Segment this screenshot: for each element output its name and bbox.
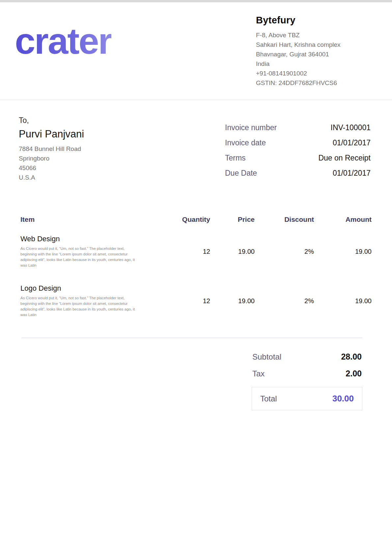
tax-row: Tax 2.00	[252, 369, 362, 378]
items-table: Item Quantity Price Discount Amount Web …	[20, 216, 372, 334]
bill-to-intro: To,	[19, 116, 84, 125]
total-value: 30.00	[332, 394, 354, 404]
item-cell: Logo Design As Cicero would put it, “Um,…	[20, 284, 166, 334]
item-quantity: 12	[166, 284, 210, 334]
invoice-date-row: Invoice date 01/01/2017	[225, 138, 371, 147]
invoice-date-value: 01/01/2017	[333, 138, 371, 147]
company-info: Bytefury F-8, Above TBZ Sahkari Hart, Kr…	[256, 14, 350, 88]
terms-label: Terms	[225, 154, 246, 162]
customer-address-line: 45066	[19, 163, 84, 173]
item-description: As Cicero would put it, “Um, not so fast…	[20, 246, 136, 268]
item-discount: 2%	[255, 235, 314, 284]
column-header-price: Price	[210, 216, 255, 235]
customer-address-line: U.S.A	[19, 173, 84, 182]
item-quantity: 12	[166, 235, 210, 284]
item-price: 19.00	[210, 284, 255, 334]
company-address-line: Sahkari Hart, Krishna complex	[256, 40, 350, 49]
due-date-row: Due Date 01/01/2017	[225, 169, 371, 178]
invoice-header: crater Bytefury F-8, Above TBZ Sahkari H…	[0, 2, 392, 100]
company-address-line: F-8, Above TBZ	[256, 30, 350, 40]
customer-address: 7884 Bunnel Hill Road Springboro 45066 U…	[19, 144, 84, 182]
customer-address-line: 7884 Bunnel Hill Road	[19, 144, 84, 154]
company-name: Bytefury	[256, 15, 350, 26]
invoice-number-label: Invoice number	[225, 123, 277, 132]
tax-value: 2.00	[346, 369, 362, 378]
billing-section: To, Purvi Panjvani 7884 Bunnel Hill Road…	[0, 100, 392, 184]
invoice-date-label: Invoice date	[225, 138, 266, 147]
subtotal-label: Subtotal	[252, 352, 281, 362]
customer-address-line: Springboro	[19, 154, 84, 163]
top-border	[0, 0, 392, 2]
total-label: Total	[260, 394, 277, 403]
table-bottom-divider	[21, 337, 362, 338]
column-header-amount: Amount	[314, 216, 372, 235]
table-row: Logo Design As Cicero would put it, “Um,…	[20, 284, 372, 334]
company-address-line: Bhavnagar, Gujrat 364001	[256, 49, 350, 59]
terms-value: Due on Receipt	[318, 154, 371, 162]
item-amount: 19.00	[314, 235, 372, 284]
table-row: Web Design As Cicero would put it, “Um, …	[20, 235, 372, 284]
company-address: F-8, Above TBZ Sahkari Hart, Krishna com…	[256, 30, 350, 88]
items-table-header-row: Item Quantity Price Discount Amount	[20, 216, 372, 235]
subtotal-row: Subtotal 28.00	[252, 352, 362, 362]
item-description: As Cicero would put it, “Um, not so fast…	[20, 295, 136, 318]
item-price: 19.00	[210, 235, 255, 284]
due-date-value: 01/01/2017	[333, 169, 371, 178]
bill-to-block: To, Purvi Panjvani 7884 Bunnel Hill Road…	[19, 116, 84, 184]
invoice-number-value: INV-100001	[331, 123, 371, 132]
company-address-line: India	[256, 59, 350, 69]
company-phone: +91-08141901002	[256, 69, 350, 78]
column-header-item: Item	[20, 216, 166, 235]
crater-logo: crater	[15, 23, 111, 60]
item-amount: 19.00	[314, 284, 372, 334]
terms-row: Terms Due on Receipt	[225, 154, 371, 162]
item-name: Web Design	[20, 235, 136, 243]
item-name: Logo Design	[20, 284, 136, 293]
items-section: Item Quantity Price Discount Amount Web …	[0, 216, 392, 334]
total-box: Total 30.00	[252, 387, 362, 410]
column-header-discount: Discount	[255, 216, 314, 235]
item-cell: Web Design As Cicero would put it, “Um, …	[20, 235, 166, 284]
column-header-quantity: Quantity	[166, 216, 210, 235]
invoice-number-row: Invoice number INV-100001	[225, 123, 371, 132]
due-date-label: Due Date	[225, 169, 257, 178]
totals-section: Subtotal 28.00 Tax 2.00 Total 30.00	[252, 352, 362, 410]
subtotal-value: 28.00	[341, 352, 362, 362]
invoice-document: crater Bytefury F-8, Above TBZ Sahkari H…	[0, 0, 392, 410]
tax-label: Tax	[252, 369, 265, 378]
company-gstin: GSTIN: 24DDF7682FHVCS6	[256, 78, 350, 88]
invoice-meta: Invoice number INV-100001 Invoice date 0…	[225, 116, 371, 184]
item-discount: 2%	[255, 284, 314, 334]
customer-name: Purvi Panjvani	[19, 128, 84, 140]
